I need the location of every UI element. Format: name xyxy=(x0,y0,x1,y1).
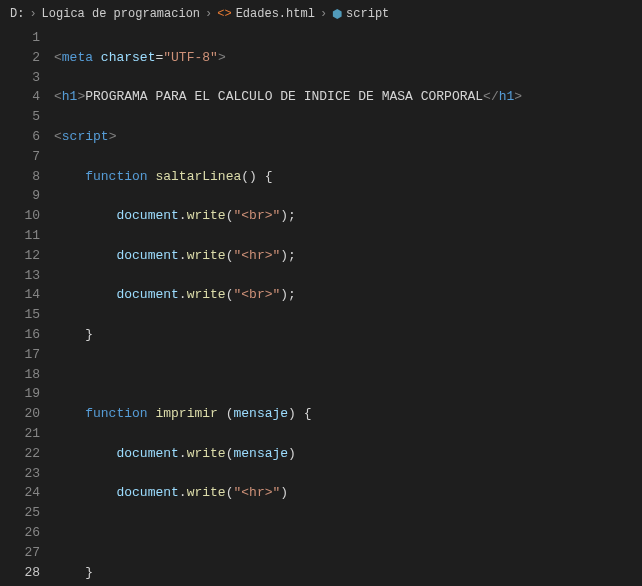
chevron-right-icon: › xyxy=(29,7,36,21)
chevron-right-icon: › xyxy=(205,7,212,21)
line-number: 21 xyxy=(0,424,40,444)
html-file-icon: <> xyxy=(217,7,231,21)
code-line[interactable]: document.write("<br>"); xyxy=(54,285,642,305)
line-number: 11 xyxy=(0,226,40,246)
code-line[interactable]: function imprimir (mensaje) { xyxy=(54,404,642,424)
breadcrumb-file[interactable]: Edades.html xyxy=(236,7,315,21)
line-number: 1 xyxy=(0,28,40,48)
line-number: 3 xyxy=(0,68,40,88)
line-number: 20 xyxy=(0,404,40,424)
breadcrumb-drive[interactable]: D: xyxy=(10,7,24,21)
line-number: 23 xyxy=(0,464,40,484)
line-number: 8 xyxy=(0,167,40,187)
line-number: 16 xyxy=(0,325,40,345)
line-number: 10 xyxy=(0,206,40,226)
line-number: 5 xyxy=(0,107,40,127)
breadcrumb[interactable]: D: › Logica de programacion › <> Edades.… xyxy=(0,0,642,28)
script-symbol-icon: ⬢ xyxy=(332,7,342,22)
line-number: 12 xyxy=(0,246,40,266)
code-line[interactable]: <h1>PROGRAMA PARA EL CALCULO DE INDICE D… xyxy=(54,87,642,107)
line-number: 13 xyxy=(0,266,40,286)
code-line[interactable] xyxy=(54,365,642,385)
line-number: 2 xyxy=(0,48,40,68)
line-number: 26 xyxy=(0,523,40,543)
code-line[interactable]: document.write("<hr>"); xyxy=(54,246,642,266)
breadcrumb-symbol[interactable]: script xyxy=(346,7,389,21)
line-number: 17 xyxy=(0,345,40,365)
line-number: 22 xyxy=(0,444,40,464)
code-line[interactable]: } xyxy=(54,325,642,345)
breadcrumb-folder[interactable]: Logica de programacion xyxy=(42,7,200,21)
line-number: 9 xyxy=(0,186,40,206)
line-number: 24 xyxy=(0,483,40,503)
line-number: 27 xyxy=(0,543,40,563)
line-number: 7 xyxy=(0,147,40,167)
line-gutter: 1 2 3 4 5 6 7 8 9 10 11 12 13 14 15 16 1… xyxy=(0,28,54,586)
code-area[interactable]: <meta charset="UTF-8"> <h1>PROGRAMA PARA… xyxy=(54,28,642,586)
chevron-right-icon: › xyxy=(320,7,327,21)
line-number: 28 xyxy=(0,563,40,583)
code-editor[interactable]: 1 2 3 4 5 6 7 8 9 10 11 12 13 14 15 16 1… xyxy=(0,28,642,586)
code-line[interactable]: document.write(mensaje) xyxy=(54,444,642,464)
code-line[interactable]: function saltarLinea() { xyxy=(54,167,642,187)
line-number: 25 xyxy=(0,503,40,523)
code-line[interactable] xyxy=(54,523,642,543)
line-number: 6 xyxy=(0,127,40,147)
code-line[interactable]: document.write("<hr>") xyxy=(54,483,642,503)
code-line[interactable]: document.write("<br>"); xyxy=(54,206,642,226)
code-line[interactable]: } xyxy=(54,563,642,583)
code-line[interactable]: <meta charset="UTF-8"> xyxy=(54,48,642,68)
line-number: 14 xyxy=(0,285,40,305)
line-number: 19 xyxy=(0,384,40,404)
line-number: 4 xyxy=(0,87,40,107)
line-number: 18 xyxy=(0,365,40,385)
code-line[interactable]: <script> xyxy=(54,127,642,147)
line-number: 15 xyxy=(0,305,40,325)
